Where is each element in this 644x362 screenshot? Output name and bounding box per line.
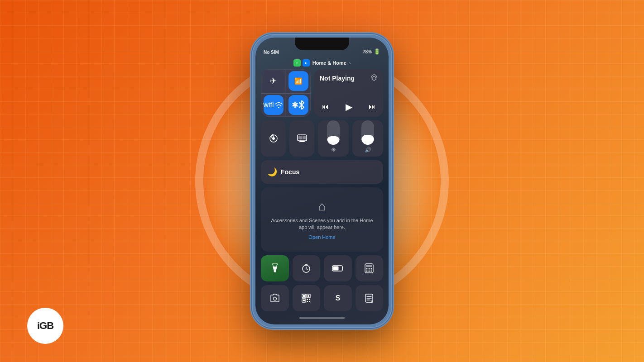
home-section: ⌂ Accessories and Scenes you add in the … — [261, 187, 383, 252]
home-description: Accessories and Scenes you add in the Ho… — [266, 217, 378, 231]
svg-rect-17 — [371, 271, 372, 272]
blue-app-icon: ➤ — [303, 59, 310, 67]
np-controls: ⏮ ▶ ⏭ — [320, 101, 378, 112]
svg-rect-9 — [333, 267, 338, 271]
bluetooth-icon: ✱ — [292, 100, 298, 110]
volume-fill — [361, 135, 374, 145]
svg-point-16 — [369, 271, 370, 272]
svg-point-13 — [369, 268, 370, 270]
phone: No SIM 78% 🔋 ⌂ ➤ Home & Home › — [252, 34, 392, 328]
svg-rect-22 — [308, 295, 309, 297]
svg-rect-24 — [303, 300, 305, 301]
np-header: Not Playing — [320, 74, 378, 82]
svg-text:S: S — [335, 294, 340, 302]
top-bar-label: Home & Home — [312, 60, 346, 66]
svg-rect-3 — [299, 141, 305, 142]
home-indicator — [299, 317, 345, 319]
notes-button[interactable] — [356, 285, 384, 311]
svg-rect-26 — [309, 299, 310, 300]
status-right: 78% 🔋 — [363, 48, 380, 55]
brightness-slider[interactable]: ☀ — [318, 120, 349, 157]
flashlight-button[interactable] — [261, 255, 289, 281]
open-home-link[interactable]: Open Home — [308, 234, 335, 240]
notch — [295, 38, 349, 50]
svg-rect-5 — [303, 136, 306, 139]
now-playing-block[interactable]: Not Playing ⏮ ▶ ⏭ — [314, 69, 383, 117]
svg-point-12 — [366, 268, 368, 270]
svg-point-18 — [273, 297, 276, 300]
focus-moon-icon: 🌙 — [267, 167, 277, 177]
shazam-button[interactable]: S — [324, 285, 352, 311]
svg-rect-11 — [366, 265, 372, 267]
brightness-fill — [327, 136, 340, 145]
play-button[interactable]: ▶ — [346, 101, 352, 112]
battery-percent: 78% — [363, 49, 372, 54]
calculator-button[interactable] — [356, 255, 384, 281]
qr-scanner-button[interactable] — [293, 285, 321, 311]
bottom-row-1 — [261, 255, 383, 281]
cellular-button[interactable]: 📶 — [286, 69, 311, 93]
svg-rect-28 — [309, 301, 310, 302]
orientation-lock-button[interactable] — [261, 120, 286, 157]
top-bar[interactable]: ⌂ ➤ Home & Home › — [255, 57, 389, 68]
wifi-icon: wifi — [264, 101, 274, 109]
igb-logo: iGB — [27, 308, 63, 344]
row-top: ✈ 📶 wifi — [261, 69, 383, 117]
connectivity-block: ✈ 📶 wifi — [261, 69, 311, 117]
airplane-icon: ✈ — [270, 76, 277, 86]
airplane-mode-button[interactable]: ✈ — [261, 69, 286, 93]
brightness-icon: ☀ — [331, 147, 336, 153]
battery-icon: 🔋 — [374, 48, 380, 55]
volume-track — [361, 120, 374, 145]
timer-button[interactable] — [293, 255, 321, 281]
battery-button[interactable] — [324, 255, 352, 281]
focus-button[interactable]: 🌙 Focus — [261, 160, 383, 184]
svg-rect-6 — [274, 270, 276, 272]
row-focus: 🌙 Focus — [261, 160, 383, 184]
volume-slider[interactable]: 🔊 — [352, 120, 383, 157]
top-bar-chevron: › — [349, 61, 351, 66]
volume-icon: 🔊 — [365, 147, 371, 153]
camera-button[interactable] — [261, 285, 289, 311]
bottom-row-2: S — [261, 285, 383, 311]
carrier-label: No SIM — [264, 50, 279, 55]
svg-rect-27 — [307, 301, 308, 302]
cellular-icon: 📶 — [294, 77, 302, 85]
top-bar-icons: ⌂ ➤ — [293, 59, 310, 67]
prev-button[interactable]: ⏮ — [322, 103, 329, 111]
focus-label: Focus — [281, 168, 299, 176]
wifi-button[interactable]: wifi — [261, 93, 286, 117]
next-button[interactable]: ⏭ — [369, 103, 376, 111]
svg-rect-4 — [298, 136, 303, 139]
green-app-icon: ⌂ — [293, 59, 301, 67]
np-title: Not Playing — [320, 75, 355, 82]
screen: No SIM 78% 🔋 ⌂ ➤ Home & Home › — [255, 38, 389, 324]
bluetooth-button[interactable]: ✱ — [286, 93, 311, 117]
svg-point-14 — [371, 268, 372, 270]
svg-rect-20 — [303, 295, 305, 297]
home-house-icon: ⌂ — [318, 199, 326, 214]
row-middle: ☀ 🔊 — [261, 120, 383, 157]
svg-rect-25 — [307, 299, 308, 300]
airplay-icon[interactable] — [370, 74, 378, 82]
cc-content: ✈ 📶 wifi — [261, 69, 383, 319]
screen-mirror-button[interactable] — [289, 120, 314, 157]
svg-point-15 — [366, 271, 368, 272]
brightness-track — [327, 120, 340, 145]
